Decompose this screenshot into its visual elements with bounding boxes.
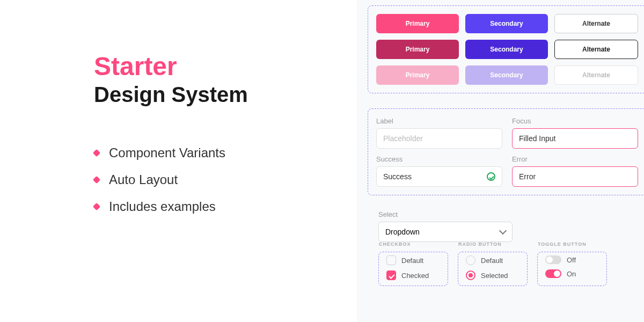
input-label: Label — [376, 117, 502, 125]
checkbox-checked[interactable]: Checked — [386, 270, 440, 280]
secondary-button-disabled: Secondary — [465, 65, 548, 85]
success-check-icon — [487, 172, 495, 181]
alternate-button[interactable]: Alternate — [554, 14, 638, 33]
alternate-button-hover[interactable]: Alternate — [554, 40, 638, 59]
primary-button-hover[interactable]: Primary — [376, 40, 459, 59]
secondary-button[interactable]: Secondary — [465, 14, 548, 33]
text-input-success[interactable]: Success — [376, 166, 502, 187]
component-showcase: Primary Secondary Alternate Primary Seco… — [357, 0, 644, 322]
buttons-variant-group: Primary Secondary Alternate Primary Seco… — [368, 5, 644, 93]
section-header: RADIO BUTTON — [458, 241, 519, 255]
hero-panel: Starter Design System Component Variants… — [0, 0, 357, 322]
toggle-on-icon — [545, 269, 561, 278]
bullet-icon — [93, 203, 100, 210]
text-input-focus[interactable]: Filled Input — [512, 128, 638, 149]
toggle-off[interactable]: Off — [545, 255, 599, 264]
toggle-on[interactable]: On — [545, 269, 599, 278]
section-header: CHECKBOX — [379, 241, 440, 255]
radio-icon — [466, 255, 475, 265]
select-label: Select — [378, 210, 644, 218]
bullet-icon — [93, 176, 100, 184]
checkbox-variant-group: CHECKBOX Default Checked — [378, 252, 448, 286]
text-input-error[interactable]: Error — [512, 166, 638, 187]
radio-variant-group: RADIO BUTTON Default Selected — [458, 252, 528, 286]
toggle-variant-group: TOGGLE BUTTON Off On — [537, 252, 607, 286]
primary-button-disabled: Primary — [376, 65, 459, 85]
radio-default[interactable]: Default — [466, 255, 519, 265]
title-accent: Starter — [94, 54, 335, 79]
text-input-default[interactable]: Placeholder — [376, 128, 502, 149]
toggle-icon — [545, 255, 561, 264]
title-main: Design System — [94, 83, 335, 107]
feature-item: Component Variants — [94, 145, 335, 160]
input-label: Success — [376, 155, 502, 163]
checkbox-icon — [386, 255, 396, 265]
select-dropdown[interactable]: Dropdown — [378, 222, 513, 242]
radio-selected[interactable]: Selected — [466, 270, 519, 280]
bullet-icon — [93, 149, 100, 157]
checkbox-default[interactable]: Default — [386, 255, 440, 265]
feature-item: Auto Layout — [94, 172, 335, 187]
feature-list: Component Variants Auto Layout Includes … — [94, 145, 335, 214]
chevron-down-icon — [499, 227, 507, 235]
section-header: TOGGLE BUTTON — [538, 241, 599, 255]
feature-item: Includes examples — [94, 199, 335, 214]
input-label: Error — [512, 155, 638, 163]
primary-button[interactable]: Primary — [376, 14, 459, 33]
secondary-button-hover[interactable]: Secondary — [465, 40, 548, 59]
checkbox-checked-icon — [386, 270, 396, 280]
inputs-variant-group: Label Placeholder Success Success Focus … — [368, 108, 644, 195]
alternate-button-disabled: Alternate — [554, 65, 638, 85]
radio-selected-icon — [466, 270, 475, 280]
input-label: Focus — [512, 117, 638, 125]
